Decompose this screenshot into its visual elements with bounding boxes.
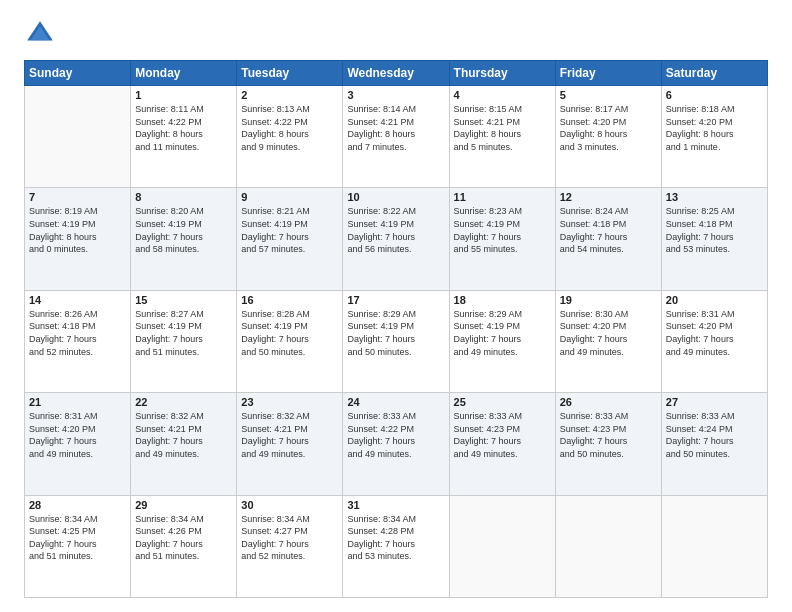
day-info: Sunrise: 8:11 AM Sunset: 4:22 PM Dayligh… (135, 103, 232, 153)
calendar-cell: 18Sunrise: 8:29 AM Sunset: 4:19 PM Dayli… (449, 290, 555, 392)
day-info: Sunrise: 8:25 AM Sunset: 4:18 PM Dayligh… (666, 205, 763, 255)
day-number: 30 (241, 499, 338, 511)
calendar-cell (449, 495, 555, 597)
calendar-cell: 15Sunrise: 8:27 AM Sunset: 4:19 PM Dayli… (131, 290, 237, 392)
week-row-1: 1Sunrise: 8:11 AM Sunset: 4:22 PM Daylig… (25, 86, 768, 188)
day-info: Sunrise: 8:29 AM Sunset: 4:19 PM Dayligh… (347, 308, 444, 358)
day-number: 24 (347, 396, 444, 408)
weekday-header-thursday: Thursday (449, 61, 555, 86)
day-info: Sunrise: 8:26 AM Sunset: 4:18 PM Dayligh… (29, 308, 126, 358)
logo-icon (24, 18, 56, 50)
week-row-2: 7Sunrise: 8:19 AM Sunset: 4:19 PM Daylig… (25, 188, 768, 290)
day-number: 29 (135, 499, 232, 511)
calendar-cell: 23Sunrise: 8:32 AM Sunset: 4:21 PM Dayli… (237, 393, 343, 495)
calendar-cell: 16Sunrise: 8:28 AM Sunset: 4:19 PM Dayli… (237, 290, 343, 392)
calendar-cell: 13Sunrise: 8:25 AM Sunset: 4:18 PM Dayli… (661, 188, 767, 290)
calendar-cell: 25Sunrise: 8:33 AM Sunset: 4:23 PM Dayli… (449, 393, 555, 495)
day-number: 27 (666, 396, 763, 408)
day-number: 28 (29, 499, 126, 511)
calendar-cell: 17Sunrise: 8:29 AM Sunset: 4:19 PM Dayli… (343, 290, 449, 392)
day-number: 21 (29, 396, 126, 408)
calendar-cell: 11Sunrise: 8:23 AM Sunset: 4:19 PM Dayli… (449, 188, 555, 290)
calendar-cell: 31Sunrise: 8:34 AM Sunset: 4:28 PM Dayli… (343, 495, 449, 597)
day-info: Sunrise: 8:33 AM Sunset: 4:23 PM Dayligh… (560, 410, 657, 460)
calendar-cell: 7Sunrise: 8:19 AM Sunset: 4:19 PM Daylig… (25, 188, 131, 290)
day-number: 31 (347, 499, 444, 511)
weekday-header-tuesday: Tuesday (237, 61, 343, 86)
calendar-cell: 30Sunrise: 8:34 AM Sunset: 4:27 PM Dayli… (237, 495, 343, 597)
day-info: Sunrise: 8:30 AM Sunset: 4:20 PM Dayligh… (560, 308, 657, 358)
day-number: 20 (666, 294, 763, 306)
day-info: Sunrise: 8:21 AM Sunset: 4:19 PM Dayligh… (241, 205, 338, 255)
day-info: Sunrise: 8:33 AM Sunset: 4:23 PM Dayligh… (454, 410, 551, 460)
day-number: 17 (347, 294, 444, 306)
calendar-cell (25, 86, 131, 188)
day-info: Sunrise: 8:31 AM Sunset: 4:20 PM Dayligh… (666, 308, 763, 358)
day-number: 16 (241, 294, 338, 306)
logo (24, 18, 60, 50)
calendar-cell: 28Sunrise: 8:34 AM Sunset: 4:25 PM Dayli… (25, 495, 131, 597)
day-info: Sunrise: 8:14 AM Sunset: 4:21 PM Dayligh… (347, 103, 444, 153)
calendar-cell: 10Sunrise: 8:22 AM Sunset: 4:19 PM Dayli… (343, 188, 449, 290)
day-info: Sunrise: 8:28 AM Sunset: 4:19 PM Dayligh… (241, 308, 338, 358)
day-info: Sunrise: 8:22 AM Sunset: 4:19 PM Dayligh… (347, 205, 444, 255)
day-info: Sunrise: 8:33 AM Sunset: 4:24 PM Dayligh… (666, 410, 763, 460)
calendar-cell: 3Sunrise: 8:14 AM Sunset: 4:21 PM Daylig… (343, 86, 449, 188)
weekday-header-sunday: Sunday (25, 61, 131, 86)
day-number: 9 (241, 191, 338, 203)
day-number: 18 (454, 294, 551, 306)
day-number: 8 (135, 191, 232, 203)
weekday-header-monday: Monday (131, 61, 237, 86)
day-number: 3 (347, 89, 444, 101)
day-number: 10 (347, 191, 444, 203)
day-number: 5 (560, 89, 657, 101)
day-number: 7 (29, 191, 126, 203)
day-number: 4 (454, 89, 551, 101)
calendar-cell: 1Sunrise: 8:11 AM Sunset: 4:22 PM Daylig… (131, 86, 237, 188)
calendar-cell: 5Sunrise: 8:17 AM Sunset: 4:20 PM Daylig… (555, 86, 661, 188)
day-info: Sunrise: 8:32 AM Sunset: 4:21 PM Dayligh… (241, 410, 338, 460)
calendar-cell: 4Sunrise: 8:15 AM Sunset: 4:21 PM Daylig… (449, 86, 555, 188)
day-info: Sunrise: 8:31 AM Sunset: 4:20 PM Dayligh… (29, 410, 126, 460)
day-number: 2 (241, 89, 338, 101)
day-number: 6 (666, 89, 763, 101)
day-number: 23 (241, 396, 338, 408)
weekday-header-row: SundayMondayTuesdayWednesdayThursdayFrid… (25, 61, 768, 86)
calendar-cell: 6Sunrise: 8:18 AM Sunset: 4:20 PM Daylig… (661, 86, 767, 188)
day-info: Sunrise: 8:34 AM Sunset: 4:28 PM Dayligh… (347, 513, 444, 563)
header (24, 18, 768, 50)
week-row-5: 28Sunrise: 8:34 AM Sunset: 4:25 PM Dayli… (25, 495, 768, 597)
calendar-cell (661, 495, 767, 597)
calendar-cell: 24Sunrise: 8:33 AM Sunset: 4:22 PM Dayli… (343, 393, 449, 495)
day-number: 1 (135, 89, 232, 101)
calendar-cell: 22Sunrise: 8:32 AM Sunset: 4:21 PM Dayli… (131, 393, 237, 495)
day-info: Sunrise: 8:29 AM Sunset: 4:19 PM Dayligh… (454, 308, 551, 358)
day-number: 25 (454, 396, 551, 408)
calendar-cell: 26Sunrise: 8:33 AM Sunset: 4:23 PM Dayli… (555, 393, 661, 495)
calendar-cell: 9Sunrise: 8:21 AM Sunset: 4:19 PM Daylig… (237, 188, 343, 290)
week-row-3: 14Sunrise: 8:26 AM Sunset: 4:18 PM Dayli… (25, 290, 768, 392)
weekday-header-wednesday: Wednesday (343, 61, 449, 86)
calendar-cell: 19Sunrise: 8:30 AM Sunset: 4:20 PM Dayli… (555, 290, 661, 392)
day-number: 22 (135, 396, 232, 408)
day-info: Sunrise: 8:34 AM Sunset: 4:27 PM Dayligh… (241, 513, 338, 563)
week-row-4: 21Sunrise: 8:31 AM Sunset: 4:20 PM Dayli… (25, 393, 768, 495)
calendar-cell: 21Sunrise: 8:31 AM Sunset: 4:20 PM Dayli… (25, 393, 131, 495)
day-info: Sunrise: 8:20 AM Sunset: 4:19 PM Dayligh… (135, 205, 232, 255)
day-info: Sunrise: 8:19 AM Sunset: 4:19 PM Dayligh… (29, 205, 126, 255)
calendar-cell: 2Sunrise: 8:13 AM Sunset: 4:22 PM Daylig… (237, 86, 343, 188)
day-number: 15 (135, 294, 232, 306)
day-info: Sunrise: 8:32 AM Sunset: 4:21 PM Dayligh… (135, 410, 232, 460)
calendar-table: SundayMondayTuesdayWednesdayThursdayFrid… (24, 60, 768, 598)
calendar-cell: 14Sunrise: 8:26 AM Sunset: 4:18 PM Dayli… (25, 290, 131, 392)
weekday-header-friday: Friday (555, 61, 661, 86)
weekday-header-saturday: Saturday (661, 61, 767, 86)
calendar-cell: 20Sunrise: 8:31 AM Sunset: 4:20 PM Dayli… (661, 290, 767, 392)
day-info: Sunrise: 8:23 AM Sunset: 4:19 PM Dayligh… (454, 205, 551, 255)
day-info: Sunrise: 8:15 AM Sunset: 4:21 PM Dayligh… (454, 103, 551, 153)
day-info: Sunrise: 8:18 AM Sunset: 4:20 PM Dayligh… (666, 103, 763, 153)
day-number: 12 (560, 191, 657, 203)
calendar-cell (555, 495, 661, 597)
page: SundayMondayTuesdayWednesdayThursdayFrid… (0, 0, 792, 612)
day-number: 13 (666, 191, 763, 203)
